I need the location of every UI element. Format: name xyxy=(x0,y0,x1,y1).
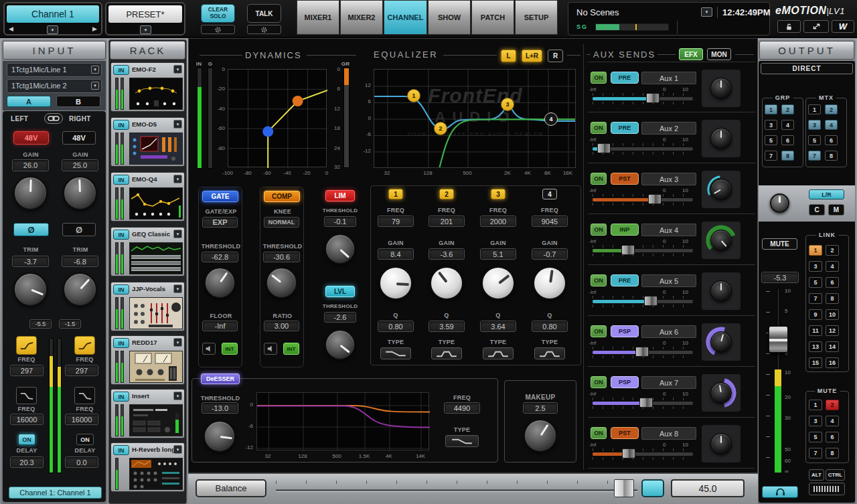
preset-dropdown-icon[interactable]: ▼ xyxy=(140,25,151,34)
balance-slider-handle[interactable] xyxy=(614,479,634,497)
eq-band3-button[interactable]: 3 xyxy=(491,189,505,199)
eq-band1-q-value[interactable]: 0.80 xyxy=(378,321,414,332)
mute-button-2[interactable]: 2 xyxy=(826,400,839,410)
fader-value[interactable]: -5.3 xyxy=(761,272,799,283)
aux4-on-button[interactable]: ON xyxy=(591,224,607,236)
phase-right-button[interactable]: Ø xyxy=(62,223,96,236)
aux3-name[interactable]: Aux 3 xyxy=(641,173,696,185)
plugin-in-button[interactable]: IN xyxy=(113,175,129,185)
aux-mon-button[interactable]: MON xyxy=(707,48,731,60)
link-button-8[interactable]: 8 xyxy=(826,293,839,304)
eq-band4-gain-value[interactable]: -0.7 xyxy=(532,248,568,260)
link-button-16[interactable]: 16 xyxy=(826,357,839,368)
comp-threshold-handle[interactable] xyxy=(293,96,303,106)
mute-button-5[interactable]: 5 xyxy=(809,432,822,442)
link-button-4[interactable]: 4 xyxy=(826,261,839,272)
phantom-48v-right-button[interactable]: 48V xyxy=(62,131,96,145)
mute-button-7[interactable]: 7 xyxy=(809,448,822,458)
aux7-mode-button[interactable]: PSP xyxy=(611,376,639,388)
trim-left-value[interactable]: -3.7 xyxy=(12,256,49,267)
aux5-pan-knob[interactable] xyxy=(710,280,732,302)
tab-setup[interactable]: SETUP xyxy=(515,0,558,35)
plugin-dropdown-icon[interactable]: ▼ xyxy=(173,284,182,293)
tab-mixer1[interactable]: MIXER1 xyxy=(297,0,339,35)
lpf-right-value[interactable]: 16000 xyxy=(65,414,98,425)
lvl-threshold-knob[interactable] xyxy=(325,329,356,360)
aux4-mode-button[interactable]: INP xyxy=(611,224,639,236)
aux4-pan-knob[interactable] xyxy=(710,230,732,251)
aux8-name[interactable]: Aux 8 xyxy=(641,427,696,440)
deesser-freq-value[interactable]: 4490 xyxy=(444,402,480,414)
gain-right-knob[interactable] xyxy=(63,176,97,210)
eq-band1-type-button[interactable] xyxy=(380,347,411,359)
source-select-left[interactable]: 1Tctg1Mic/Line 1 xyxy=(7,63,102,77)
plugin-thumbnail[interactable] xyxy=(129,297,183,329)
channel-dropdown-icon[interactable]: ▼ xyxy=(47,25,58,34)
eq-band4-type-button[interactable] xyxy=(534,347,565,359)
source-right-dropdown-icon[interactable]: ▼ xyxy=(91,82,99,90)
tab-channel[interactable]: CHANNEL xyxy=(384,0,427,35)
eq-band3-dot[interactable]: 3 xyxy=(501,98,514,111)
gate-button[interactable]: GATE xyxy=(202,191,238,202)
plugin-dropdown-icon[interactable]: ▼ xyxy=(173,338,182,347)
plugin-dropdown-icon[interactable]: ▼ xyxy=(173,445,182,454)
link-button-11[interactable]: 11 xyxy=(809,325,822,336)
comp-knee-value[interactable]: NORMAL xyxy=(264,217,299,228)
delay-right-value[interactable]: 0.0 xyxy=(65,456,98,468)
mtx-button-7[interactable]: 7 xyxy=(808,151,821,161)
level-button[interactable]: LVL xyxy=(325,286,355,297)
balance-slider-track[interactable] xyxy=(276,489,637,491)
eq-band3-q-value[interactable]: 3.64 xyxy=(480,321,516,332)
tab-patch[interactable]: PATCH xyxy=(471,0,514,35)
aux2-on-button[interactable]: ON xyxy=(591,122,607,134)
plugin-dropdown-icon[interactable]: ▼ xyxy=(173,65,182,74)
gate-threshold-handle[interactable] xyxy=(262,127,273,137)
link-button-1[interactable]: 1 xyxy=(809,245,822,256)
limiter-button[interactable]: LIM xyxy=(325,190,355,201)
plugin-dropdown-icon[interactable]: ▼ xyxy=(173,175,182,183)
balance-link-button[interactable] xyxy=(641,479,664,497)
deesser-threshold-knob[interactable] xyxy=(204,420,236,452)
mono-assign-button[interactable]: M xyxy=(828,204,844,216)
makeup-knob[interactable] xyxy=(524,419,557,452)
eq-band2-gain-value[interactable]: -3.6 xyxy=(428,248,465,260)
plugin-in-button[interactable]: IN xyxy=(113,338,129,348)
gain-left-knob[interactable] xyxy=(13,176,48,210)
gate-threshold-knob[interactable] xyxy=(204,267,236,299)
delay-left-value[interactable]: 20.3 xyxy=(10,456,44,468)
grp-button-8[interactable]: 8 xyxy=(781,151,794,161)
channel-prev-icon[interactable]: ◀ xyxy=(9,25,13,32)
gain-right-value[interactable]: 25.0 xyxy=(62,159,98,171)
aux6-on-button[interactable]: ON xyxy=(591,325,607,337)
preset-display[interactable]: PRESET* xyxy=(108,5,182,23)
comp-ratio-value[interactable]: 3.00 xyxy=(264,321,299,331)
aux3-pan-knob[interactable] xyxy=(710,179,732,200)
plugin-in-button[interactable]: IN xyxy=(113,65,129,75)
comp-threshold-value[interactable]: -30.6 xyxy=(263,252,300,262)
eq-right-button[interactable]: R xyxy=(548,50,563,62)
ctrl-button[interactable]: CTRL xyxy=(826,469,845,481)
aux1-pan-knob[interactable] xyxy=(710,78,732,99)
eq-band3-type-button[interactable] xyxy=(483,347,514,359)
link-button-7[interactable]: 7 xyxy=(809,293,822,304)
source-left-dropdown-icon[interactable]: ▼ xyxy=(91,66,99,74)
output-pan-knob[interactable] xyxy=(770,193,789,213)
comp-sidechain-listen-button[interactable] xyxy=(264,343,277,355)
aux-efx-button[interactable]: EFX xyxy=(679,48,703,60)
eq-band1-freq-value[interactable]: 79 xyxy=(378,216,414,227)
output-fader-thumb[interactable] xyxy=(769,326,788,353)
trim-right-knob[interactable] xyxy=(63,272,97,307)
eq-band1-button[interactable]: 1 xyxy=(388,189,403,199)
link-button-6[interactable]: 6 xyxy=(826,277,839,288)
grp-button-5[interactable]: 5 xyxy=(765,135,777,145)
plugin-thumbnail[interactable] xyxy=(129,351,183,383)
eq-band2-type-button[interactable] xyxy=(431,347,462,359)
lpf-left-button[interactable] xyxy=(16,387,37,404)
link-button-13[interactable]: 13 xyxy=(809,341,822,352)
plugin-in-button[interactable]: IN xyxy=(113,392,129,402)
makeup-value[interactable]: 2.5 xyxy=(523,402,558,414)
balance-mode-button[interactable]: Balance xyxy=(196,479,266,497)
grp-button-2[interactable]: 2 xyxy=(781,104,794,114)
eq-band4-freq-value[interactable]: 9045 xyxy=(532,216,568,227)
plugin-dropdown-icon[interactable]: ▼ xyxy=(173,120,182,129)
